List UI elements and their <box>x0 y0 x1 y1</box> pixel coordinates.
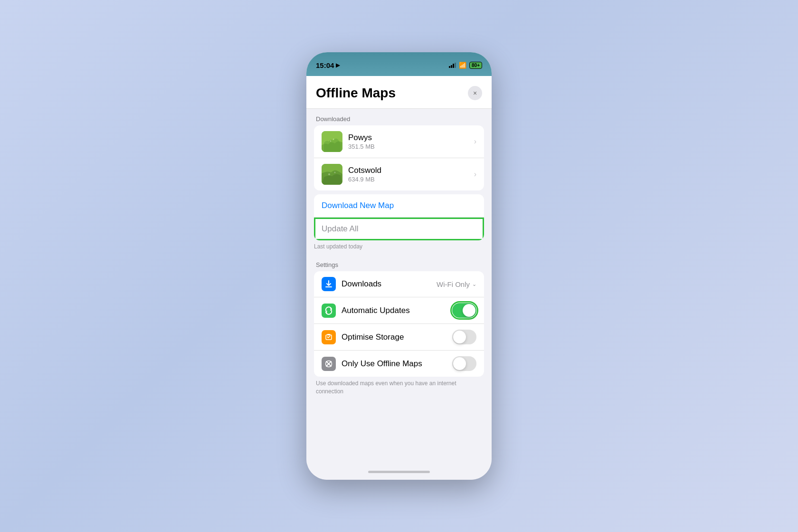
automatic-updates-toggle[interactable] <box>452 303 476 318</box>
svg-rect-7 <box>327 334 330 335</box>
toggle-thumb <box>453 331 466 343</box>
downloads-value: Wi-Fi Only ⌄ <box>437 280 476 288</box>
location-icon: ▶ <box>336 62 340 68</box>
time-label: 15:04 <box>316 61 334 69</box>
svg-rect-2 <box>333 139 334 140</box>
settings-card: Downloads Wi-Fi Only ⌄ Automatic Updates <box>314 271 484 377</box>
svg-point-4 <box>328 173 330 175</box>
download-new-map-button[interactable]: Download New Map <box>314 194 484 218</box>
only-offline-maps-setting-item[interactable]: Only Use Offline Maps <box>314 351 484 377</box>
automatic-updates-setting-item[interactable]: Automatic Updates <box>314 297 484 324</box>
automatic-updates-icon <box>322 304 336 318</box>
chevron-right-icon: › <box>474 170 476 179</box>
cotswold-info: Cotswold 634.9 MB <box>348 166 468 183</box>
cotswold-thumbnail <box>322 164 342 185</box>
home-indicator <box>306 464 492 480</box>
cotswold-size: 634.9 MB <box>348 176 468 183</box>
list-item[interactable]: Powys 351.5 MB › <box>314 125 484 158</box>
home-bar <box>368 471 430 473</box>
battery-badge: 80+ <box>469 62 482 69</box>
powys-size: 351.5 MB <box>348 143 468 150</box>
chevron-right-icon: › <box>474 137 476 146</box>
svg-point-5 <box>334 172 336 173</box>
status-time: 15:04 ▶ <box>316 61 340 69</box>
offline-maps-description: Use downloaded maps even when you have a… <box>306 377 492 400</box>
optimise-storage-label: Optimise Storage <box>342 332 446 342</box>
cotswold-name: Cotswold <box>348 166 468 175</box>
settings-section-label: Settings <box>306 255 492 271</box>
page-title: Offline Maps <box>316 86 396 101</box>
status-bar: 15:04 ▶ 📶 80+ <box>306 52 492 76</box>
only-offline-maps-label: Only Use Offline Maps <box>342 359 446 369</box>
wifi-icon: 📶 <box>459 62 466 69</box>
downloads-setting-item[interactable]: Downloads Wi-Fi Only ⌄ <box>314 271 484 297</box>
svg-rect-1 <box>330 141 331 142</box>
toggle-thumb <box>463 304 475 317</box>
powys-name: Powys <box>348 133 468 142</box>
downloaded-section-label: Downloaded <box>306 109 492 125</box>
update-all-button[interactable]: Update All <box>314 218 484 240</box>
signal-icon <box>449 62 456 68</box>
downloads-icon <box>322 277 336 291</box>
optimise-storage-setting-item[interactable]: Optimise Storage <box>314 324 484 351</box>
last-updated-label: Last updated today <box>306 240 492 255</box>
downloaded-maps-card: Powys 351.5 MB › Cotswold <box>314 125 484 190</box>
optimise-storage-toggle[interactable] <box>452 330 476 344</box>
powys-thumbnail <box>322 131 342 152</box>
actions-section: Download New Map Update All <box>314 194 484 240</box>
only-offline-maps-toggle[interactable] <box>452 356 476 371</box>
close-button[interactable]: × <box>468 86 482 100</box>
toggle-thumb <box>453 357 466 370</box>
sheet-header: Offline Maps × <box>306 76 492 109</box>
only-offline-maps-icon <box>322 357 336 371</box>
content-area: Offline Maps × Downloaded Powys <box>306 76 492 464</box>
powys-info: Powys 351.5 MB <box>348 133 468 150</box>
automatic-updates-label: Automatic Updates <box>342 306 446 315</box>
status-icons: 📶 80+ <box>449 62 482 69</box>
phone-frame: 15:04 ▶ 📶 80+ Offline Maps × Downloaded <box>306 52 492 480</box>
list-item[interactable]: Cotswold 634.9 MB › <box>314 158 484 190</box>
optimise-storage-icon <box>322 330 336 344</box>
downloads-label: Downloads <box>342 279 431 289</box>
